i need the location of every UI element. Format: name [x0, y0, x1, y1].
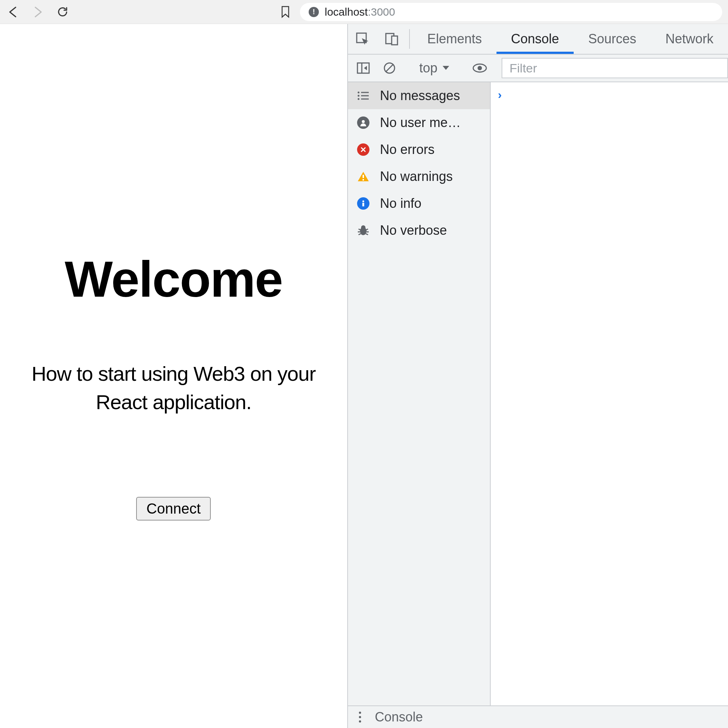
svg-rect-18	[362, 175, 364, 178]
svg-point-8	[477, 66, 482, 70]
user-icon	[357, 116, 370, 129]
sidebar-item-label: No warnings	[380, 169, 453, 184]
svg-point-23	[361, 225, 366, 230]
error-icon	[357, 143, 370, 156]
address-bar[interactable]: ! localhost:3000	[300, 3, 722, 21]
tab-elements[interactable]: Elements	[413, 24, 497, 54]
sidebar-item-label: No user me…	[380, 115, 461, 130]
svg-line-24	[359, 229, 361, 230]
devtools-panel: Elements Console Sources Network top	[347, 24, 728, 728]
context-selector[interactable]: top	[413, 60, 456, 76]
svg-line-25	[366, 229, 368, 230]
back-button[interactable]	[6, 5, 20, 19]
svg-point-30	[359, 712, 361, 714]
clear-console-icon[interactable]	[378, 58, 401, 78]
sidebar-item-errors[interactable]: No errors	[348, 136, 490, 163]
filter-input-wrap	[502, 58, 728, 78]
bug-icon	[357, 224, 370, 237]
browser-toolbar: ! localhost:3000	[0, 0, 728, 24]
sidebar-item-warnings[interactable]: No warnings	[348, 163, 490, 190]
console-output[interactable]: ›	[491, 82, 728, 705]
site-info-icon[interactable]: !	[309, 7, 319, 17]
svg-point-15	[362, 120, 365, 123]
tab-network[interactable]: Network	[651, 24, 728, 54]
inspect-element-icon[interactable]	[348, 24, 377, 54]
kebab-icon[interactable]	[358, 711, 362, 723]
console-toolbar: top	[348, 55, 728, 82]
bookmark-button[interactable]	[278, 5, 293, 19]
live-expression-icon[interactable]	[468, 58, 491, 78]
svg-point-11	[358, 95, 359, 97]
sidebar-item-verbose[interactable]: No verbose	[348, 217, 490, 244]
sidebar-item-messages[interactable]: No messages	[348, 82, 490, 109]
sidebar-item-label: No errors	[380, 142, 434, 157]
divider	[409, 29, 410, 49]
svg-point-9	[358, 92, 359, 93]
svg-rect-19	[362, 179, 364, 180]
sidebar-item-user-messages[interactable]: No user me…	[348, 109, 490, 136]
forward-button[interactable]	[31, 5, 45, 19]
url-host: localhost	[325, 6, 368, 18]
tab-console[interactable]: Console	[497, 24, 574, 54]
page-viewport: Welcome How to start using Web3 on your …	[0, 24, 347, 728]
sidebar-item-label: No messages	[380, 88, 460, 103]
page-title: Welcome	[22, 250, 326, 309]
toggle-sidebar-icon[interactable]	[352, 58, 375, 78]
sidebar-item-label: No info	[380, 196, 422, 211]
console-sidebar: No messages No user me…	[348, 82, 491, 705]
svg-point-13	[358, 98, 359, 100]
list-icon	[357, 89, 370, 102]
svg-rect-2	[392, 36, 398, 45]
chevron-down-icon	[442, 65, 450, 71]
toggle-device-icon[interactable]	[377, 24, 406, 54]
filter-input[interactable]	[509, 61, 720, 75]
sidebar-item-info[interactable]: No info	[348, 190, 490, 217]
sidebar-item-label: No verbose	[380, 223, 447, 238]
prompt-caret-icon: ›	[498, 88, 502, 101]
svg-rect-3	[358, 63, 369, 73]
devtools-drawer[interactable]: Console	[348, 705, 728, 728]
drawer-tab-console[interactable]: Console	[375, 710, 423, 725]
svg-line-28	[359, 234, 361, 235]
warning-icon	[357, 170, 370, 183]
tab-sources[interactable]: Sources	[574, 24, 651, 54]
svg-point-20	[362, 200, 364, 202]
svg-point-32	[359, 720, 361, 723]
svg-rect-21	[362, 203, 364, 206]
svg-line-6	[386, 64, 393, 72]
info-icon	[357, 197, 370, 210]
svg-line-29	[366, 234, 368, 235]
reload-button[interactable]	[55, 5, 70, 19]
url-path: :3000	[368, 6, 395, 18]
page-subtitle: How to start using Web3 on your React ap…	[22, 359, 326, 417]
connect-button[interactable]: Connect	[136, 497, 211, 520]
devtools-tabs: Elements Console Sources Network	[348, 24, 728, 55]
svg-point-31	[359, 716, 361, 718]
context-label: top	[419, 60, 437, 76]
